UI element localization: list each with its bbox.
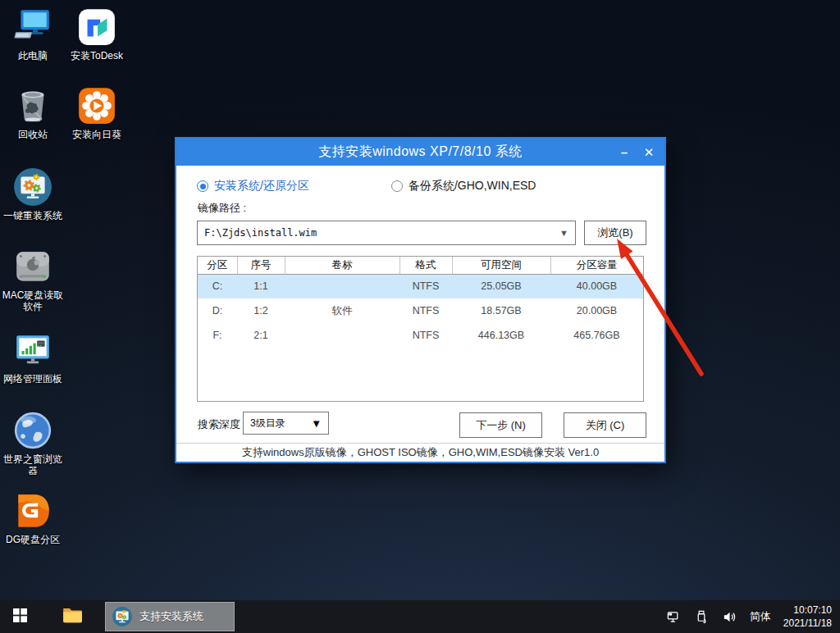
start-button[interactable] bbox=[0, 600, 39, 633]
table-cell: 465.76GB bbox=[550, 323, 643, 348]
table-cell: 18.57GB bbox=[452, 298, 550, 323]
desktop-icon-label: 安装向日葵 bbox=[65, 129, 129, 140]
table-cell: C: bbox=[198, 274, 237, 298]
desktop-icon-reinstall-system[interactable]: 一键重装系统 bbox=[1, 166, 65, 221]
table-cell bbox=[285, 274, 399, 298]
dg-partition-icon bbox=[12, 490, 53, 531]
column-header: 可用空间 bbox=[452, 257, 550, 274]
radio-unselected-icon bbox=[391, 180, 403, 192]
chevron-down-icon[interactable]: ▼ bbox=[311, 417, 322, 430]
recycle-bin-icon bbox=[12, 85, 53, 126]
world-browser-icon bbox=[12, 410, 53, 451]
column-header: 分区容量 bbox=[550, 257, 643, 274]
system-tray: 简体 10:07:10 2021/11/18 bbox=[666, 603, 840, 630]
chevron-down-icon[interactable]: ▼ bbox=[559, 228, 568, 238]
clock-time: 10:07:10 bbox=[783, 603, 832, 617]
desktop-icon-sunflower[interactable]: 安装向日葵 bbox=[65, 85, 129, 140]
desktop-icon-label: 世界之窗浏览器 bbox=[1, 453, 65, 477]
partition-table: 分区序号卷标格式可用空间分区容量 C:1:1NTFS25.05GB40.00GB… bbox=[198, 257, 643, 348]
table-cell: F: bbox=[198, 323, 237, 348]
radio-label: 备份系统/GHO,WIN,ESD bbox=[409, 179, 536, 194]
radio-label: 安装系统/还原分区 bbox=[214, 179, 309, 194]
table-cell: D: bbox=[198, 298, 237, 323]
sunflower-icon bbox=[76, 85, 117, 126]
table-row[interactable]: C:1:1NTFS25.05GB40.00GB bbox=[198, 274, 643, 298]
desktop-icon-this-pc[interactable]: 此电脑 bbox=[1, 7, 65, 61]
desktop-icon-dg-partition[interactable]: DG硬盘分区 bbox=[1, 490, 65, 545]
clock-date: 2021/11/18 bbox=[783, 617, 832, 630]
desktop-icon-label: 此电脑 bbox=[1, 50, 65, 61]
table-cell: NTFS bbox=[399, 298, 452, 323]
search-depth-label: 搜索深度 bbox=[198, 417, 240, 432]
partition-table-container: 分区序号卷标格式可用空间分区容量 C:1:1NTFS25.05GB40.00GB… bbox=[197, 256, 644, 402]
desktop-icon-label: MAC硬盘读取软件 bbox=[1, 289, 65, 313]
table-cell: 40.00GB bbox=[550, 274, 643, 298]
column-header: 序号 bbox=[237, 257, 285, 274]
desktop: 此电脑 安装ToDesk 回收站 安装向日葵 一键重装系统 MAC硬盘读取软件 bbox=[0, 0, 840, 633]
image-path-combobox[interactable]: F:\Zjds\install.wim ▼ bbox=[197, 221, 576, 245]
radio-install-restore[interactable]: 安装系统/还原分区 bbox=[197, 179, 309, 194]
file-explorer-button[interactable] bbox=[52, 600, 92, 633]
table-cell: NTFS bbox=[399, 323, 452, 348]
usb-icon[interactable] bbox=[694, 609, 710, 625]
search-depth-select[interactable]: 3级目录 ▼ bbox=[243, 412, 329, 435]
reinstall-system-icon bbox=[12, 166, 53, 207]
close-dialog-button[interactable]: 关闭 (C) bbox=[564, 412, 646, 438]
speaker-icon[interactable] bbox=[722, 609, 737, 625]
table-cell: 2:1 bbox=[237, 323, 285, 348]
taskbar: 支持安装系统 简体 10:07:10 2021/11/18 bbox=[0, 600, 840, 633]
folder-icon bbox=[62, 604, 83, 629]
image-path-value: F:\Zjds\install.wim bbox=[204, 227, 559, 239]
radio-backup-system[interactable]: 备份系统/GHO,WIN,ESD bbox=[391, 179, 536, 194]
desktop-icon-label: 回收站 bbox=[1, 129, 65, 140]
desktop-icon-label: 安装ToDesk bbox=[65, 50, 129, 61]
table-header-row: 分区序号卷标格式可用空间分区容量 bbox=[198, 257, 643, 274]
table-cell bbox=[285, 323, 399, 348]
dialog-footer-text: 支持windows原版镜像，GHOST ISO镜像，GHO,WIM,ESD镜像安… bbox=[176, 443, 664, 462]
desktop-icon-label: 网络管理面板 bbox=[1, 373, 65, 385]
minimize-button[interactable]: – bbox=[612, 139, 637, 166]
table-cell: NTFS bbox=[399, 274, 452, 298]
next-button[interactable]: 下一步 (N) bbox=[459, 412, 542, 438]
todesk-icon bbox=[76, 7, 117, 48]
table-cell: 软件 bbox=[285, 298, 399, 323]
table-cell: 20.00GB bbox=[550, 298, 643, 323]
windows-logo-icon bbox=[13, 608, 27, 626]
desktop-icon-todesk[interactable]: 安装ToDesk bbox=[65, 7, 129, 61]
table-row[interactable]: F:2:1NTFS446.13GB465.76GB bbox=[198, 323, 643, 348]
browse-button[interactable]: 浏览(B) bbox=[584, 221, 646, 245]
mode-radio-group: 安装系统/还原分区 备份系统/GHO,WIN,ESD bbox=[197, 179, 536, 194]
desktop-icon-label: DG硬盘分区 bbox=[1, 534, 65, 545]
table-cell: 25.05GB bbox=[452, 274, 550, 298]
radio-selected-icon bbox=[197, 180, 208, 192]
desktop-icon-network-panel[interactable]: 网络管理面板 bbox=[1, 330, 65, 385]
desktop-icon-label: 一键重装系统 bbox=[1, 210, 65, 221]
ime-indicator[interactable]: 简体 bbox=[750, 609, 771, 624]
table-row[interactable]: D:1:2软件NTFS18.57GB20.00GB bbox=[198, 298, 643, 323]
network-icon[interactable] bbox=[666, 609, 682, 625]
column-header: 卷标 bbox=[285, 257, 399, 274]
close-icon[interactable]: ✕ bbox=[637, 139, 661, 166]
image-path-label: 镜像路径 : bbox=[198, 201, 246, 216]
dialog-titlebar: 支持安装windows XP/7/8/10 系统 – ✕ bbox=[176, 139, 664, 166]
table-cell: 446.13GB bbox=[452, 323, 550, 348]
taskbar-item-installer[interactable]: 支持安装系统 bbox=[105, 602, 235, 631]
installer-app-icon bbox=[112, 606, 133, 627]
this-pc-icon bbox=[12, 7, 53, 48]
dialog-body: 安装系统/还原分区 备份系统/GHO,WIN,ESD 镜像路径 : F:\Zjd… bbox=[176, 166, 664, 443]
network-panel-icon bbox=[12, 330, 53, 371]
desktop-icon-world-browser[interactable]: 世界之窗浏览器 bbox=[1, 410, 65, 477]
column-header: 格式 bbox=[399, 257, 452, 274]
desktop-icon-mac-disk-reader[interactable]: MAC硬盘读取软件 bbox=[1, 246, 65, 313]
clock[interactable]: 10:07:10 2021/11/18 bbox=[783, 603, 832, 630]
desktop-icon-recycle-bin[interactable]: 回收站 bbox=[1, 85, 65, 140]
dialog-title: 支持安装windows XP/7/8/10 系统 bbox=[318, 143, 523, 161]
taskbar-item-label: 支持安装系统 bbox=[139, 609, 203, 624]
mac-disk-icon bbox=[12, 246, 53, 287]
search-depth-value: 3级目录 bbox=[250, 417, 311, 430]
table-cell: 1:1 bbox=[237, 274, 285, 298]
installer-dialog: 支持安装windows XP/7/8/10 系统 – ✕ 安装系统/还原分区 备… bbox=[175, 137, 666, 463]
column-header: 分区 bbox=[198, 257, 237, 274]
table-cell: 1:2 bbox=[237, 298, 285, 323]
